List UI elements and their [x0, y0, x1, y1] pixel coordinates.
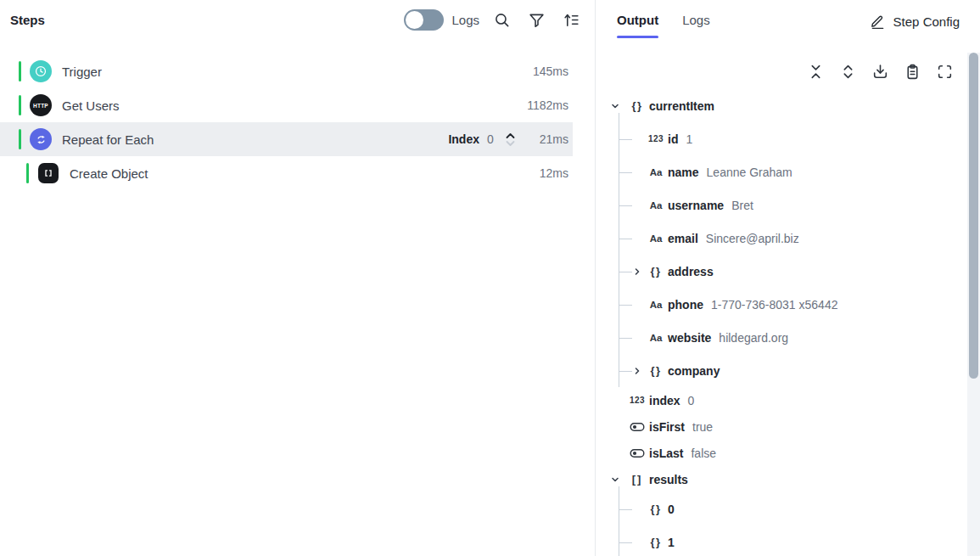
step-status-bar — [19, 61, 21, 81]
step-status-bar — [26, 163, 29, 183]
steps-panel-header: Steps Logs — [0, 0, 595, 39]
clock-icon — [30, 60, 52, 82]
tree-key: company — [668, 364, 720, 378]
workflow-run-view: Steps Logs Trigger145msHTTPGet Users1182… — [0, 0, 980, 556]
tree-connector-stub — [619, 278, 619, 288]
string-type-icon: Aa — [648, 167, 664, 177]
boolean-type-icon — [630, 447, 645, 459]
tree-value: 1 — [686, 132, 692, 146]
index-value: 0 — [487, 132, 494, 146]
tree-node-address[interactable]: {}address — [596, 255, 980, 288]
sort-icon[interactable] — [563, 11, 580, 29]
tree-key: results — [649, 473, 688, 486]
tree-connector-tick — [619, 139, 632, 140]
object-type-icon: {} — [648, 364, 664, 377]
index-label: Index — [448, 132, 479, 146]
step-status-bar — [19, 129, 21, 149]
object-type-icon: {} — [648, 265, 664, 278]
tree-connector-tick — [619, 371, 632, 372]
fullscreen-icon[interactable] — [936, 63, 954, 81]
tree-node-isFirst: isFirsttrue — [596, 413, 980, 440]
number-type-icon: 123 — [648, 134, 664, 143]
tree-key: name — [668, 166, 699, 179]
tree-value: true — [692, 420, 713, 434]
tree-key: 1 — [668, 536, 675, 549]
steps-panel-controls: Logs — [404, 9, 580, 31]
step-row[interactable]: HTTPGet Users1182ms — [0, 88, 573, 122]
scrollbar-thumb[interactable] — [969, 53, 978, 379]
chevron-right-icon[interactable] — [631, 267, 643, 277]
tree-node-isLast: isLastfalse — [596, 440, 980, 466]
tree-key: username — [668, 199, 724, 212]
number-type-icon: 123 — [630, 396, 645, 405]
step-name: Create Object — [70, 166, 148, 181]
step-row[interactable]: Repeat for EachIndex021ms — [0, 122, 573, 156]
step-status-bar — [19, 95, 21, 115]
brackets-icon — [37, 162, 59, 184]
tree-node-currentItem[interactable]: {}currentItem — [596, 89, 980, 122]
search-icon[interactable] — [493, 11, 511, 29]
step-duration: 1182ms — [527, 98, 568, 112]
tree-node-phone: Aaphone1-770-736-8031 x56442 — [596, 288, 980, 321]
string-type-icon: Aa — [648, 200, 664, 211]
tree-value: Sincere@april.biz — [706, 232, 799, 245]
step-duration: 21ms — [540, 132, 568, 146]
tree-value: hildegard.org — [719, 331, 788, 345]
clipboard-icon[interactable] — [904, 63, 921, 81]
string-type-icon: Aa — [648, 233, 664, 244]
http-icon: HTTP — [30, 94, 52, 116]
tab-output[interactable]: Output — [617, 13, 658, 38]
panel-title: Steps — [10, 13, 45, 27]
step-row[interactable]: Trigger145ms — [0, 54, 573, 88]
tab-logs[interactable]: Logs — [682, 13, 710, 38]
tree-key: address — [668, 265, 714, 278]
tree-connector-tick — [619, 305, 632, 306]
tree-node-company[interactable]: {}company — [596, 354, 980, 387]
tree-key: index — [649, 394, 680, 407]
tree-connector-line — [619, 525, 619, 556]
tree-connector-tick — [619, 338, 632, 339]
tree-node-index: 123index0 — [596, 387, 980, 413]
step-config-button[interactable]: Step Config — [870, 13, 960, 30]
tree-connector-tick — [619, 542, 632, 543]
index-increment-button[interactable] — [505, 132, 516, 139]
boolean-type-icon — [630, 421, 645, 433]
tree-node-1: {}1 — [596, 525, 980, 556]
chevron-down-icon[interactable] — [609, 101, 621, 111]
tree-node-email: AaemailSincere@april.biz — [596, 222, 980, 255]
chevron-right-icon[interactable] — [631, 366, 643, 376]
tree-value: Bret — [731, 199, 753, 212]
step-row[interactable]: Create Object12ms — [0, 156, 573, 190]
tree-key: email — [668, 232, 698, 245]
collapse-vertical-icon[interactable] — [807, 63, 825, 81]
json-tree: {}currentItem123id1AanameLeanne GrahamAa… — [596, 89, 980, 556]
tree-key: id — [668, 132, 678, 146]
object-type-icon: {} — [630, 99, 645, 112]
download-icon[interactable] — [871, 63, 889, 81]
tree-value: Leanne Graham — [707, 166, 792, 179]
tree-node-username: AausernameBret — [596, 188, 980, 222]
step-name: Repeat for Each — [62, 132, 154, 147]
tree-connector-tick — [619, 239, 632, 239]
string-type-icon: Aa — [648, 333, 664, 343]
tree-value: 0 — [688, 394, 695, 407]
tree-node-id: 123id1 — [596, 122, 980, 155]
step-duration: 12ms — [540, 166, 568, 180]
tree-connector-tick — [619, 509, 632, 510]
tree-key: phone — [668, 298, 703, 312]
tree-key: website — [668, 331, 711, 345]
tree-node-results[interactable]: []results — [596, 466, 980, 492]
object-type-icon: {} — [648, 503, 664, 515]
loop-icon — [30, 128, 52, 150]
chevron-down-icon[interactable] — [609, 475, 621, 485]
steps-panel: Steps Logs Trigger145msHTTPGet Users1182… — [0, 0, 595, 556]
logs-toggle[interactable] — [404, 9, 444, 31]
tree-key: 0 — [668, 503, 675, 516]
filter-icon[interactable] — [528, 11, 546, 29]
step-config-label: Step Config — [893, 14, 960, 29]
step-duration: 145ms — [533, 65, 568, 78]
logs-toggle-knob — [406, 11, 423, 29]
index-decrement-button[interactable] — [505, 140, 516, 147]
output-panel-header: Output Logs Step Config — [596, 0, 980, 41]
expand-vertical-icon[interactable] — [839, 63, 857, 81]
